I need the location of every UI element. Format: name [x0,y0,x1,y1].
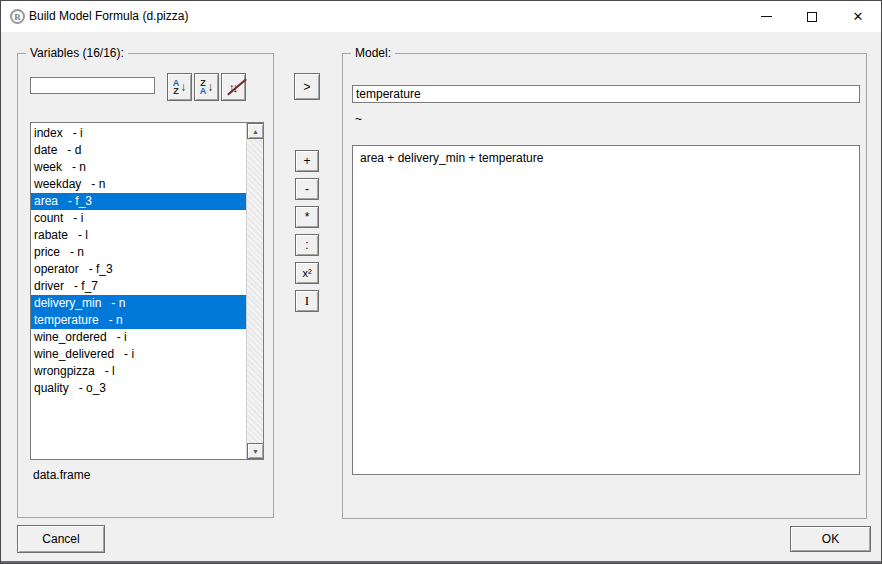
operator-multiply-button[interactable]: * [295,206,319,228]
scroll-down-icon: ▼ [252,448,259,455]
variables-listbox[interactable]: index - i date - d week - n weekday - n … [30,122,264,460]
listbox-scrollbar[interactable]: ▲ ▼ [246,123,263,459]
build-model-formula-dialog: R Build Model Formula (d.pizza) ✕ Variab… [0,0,882,564]
list-item[interactable]: temperature - n [31,312,246,329]
list-item[interactable]: operator - f_3 [31,261,246,278]
maximize-button[interactable] [789,1,835,32]
window-title: Build Model Formula (d.pizza) [29,1,188,32]
sort-letter-bottom: Z [173,87,180,95]
list-item[interactable]: delivery_min - n [31,295,246,312]
sort-letter-bottom: A [200,87,207,95]
variable-filter-input[interactable] [30,77,155,94]
list-item[interactable]: wine_ordered - i [31,329,246,346]
sort-az-icon: A Z [173,79,180,95]
down-arrow-icon: ↓ [207,80,213,94]
scroll-up-icon: ▲ [252,128,259,135]
operator-plus-button[interactable]: + [295,150,319,172]
list-item[interactable]: price - n [31,244,246,261]
operator-square-button[interactable]: x² [295,262,319,284]
ok-button[interactable]: OK [790,526,871,552]
window-bottom-border [1,561,881,563]
list-item[interactable]: rabate - l [31,227,246,244]
list-item[interactable]: driver - f_7 [31,278,246,295]
operator-identity-button[interactable]: I [295,290,319,312]
sort-ascending-button[interactable]: A Z ↓ [167,73,192,101]
model-panel: Model: ~ area + delivery_min + temperatu… [342,53,867,519]
list-item[interactable]: wrongpizza - l [31,363,246,380]
minimize-button[interactable] [743,1,789,32]
variables-panel-title: Variables (16/16): [26,46,128,60]
dataframe-label: data.frame [33,468,90,482]
scroll-up-button[interactable]: ▲ [247,123,264,139]
operator-colon-button[interactable]: : [295,234,319,256]
close-icon: ✕ [853,10,864,23]
clear-sort-button[interactable]: ↑↓ [221,73,246,101]
list-item[interactable]: week - n [31,159,246,176]
variables-panel: Variables (16/16): A Z ↓ Z A ↓ ↑↓ ind [17,53,274,518]
formula-textarea[interactable]: area + delivery_min + temperature [352,145,860,475]
scroll-down-button[interactable]: ▼ [247,443,264,459]
list-item[interactable]: date - d [31,142,246,159]
move-variable-button[interactable]: > [294,73,320,100]
list-item[interactable]: count - i [31,210,246,227]
window-controls: ✕ [743,1,881,32]
r-logo-icon: R [10,9,25,24]
variables-list: index - i date - d week - n weekday - n … [31,125,246,397]
crossed-arrows-icon: ↑↓ [229,80,239,95]
close-button[interactable]: ✕ [835,1,881,32]
tilde-label: ~ [355,112,362,126]
operator-minus-button[interactable]: - [295,178,319,200]
sort-descending-button[interactable]: Z A ↓ [194,73,219,101]
sort-za-icon: Z A [200,79,207,95]
response-variable-input[interactable] [352,85,860,103]
list-item[interactable]: index - i [31,125,246,142]
title-bar[interactable]: R Build Model Formula (d.pizza) ✕ [1,1,881,32]
down-arrow-icon: ↓ [180,80,186,94]
list-item[interactable]: quality - o_3 [31,380,246,397]
list-item[interactable]: wine_delivered - i [31,346,246,363]
list-item[interactable]: weekday - n [31,176,246,193]
minimize-icon [761,16,772,17]
maximize-icon [807,12,817,22]
list-item[interactable]: area - f_3 [31,193,246,210]
model-panel-title: Model: [351,46,395,60]
cancel-button[interactable]: Cancel [17,525,105,553]
